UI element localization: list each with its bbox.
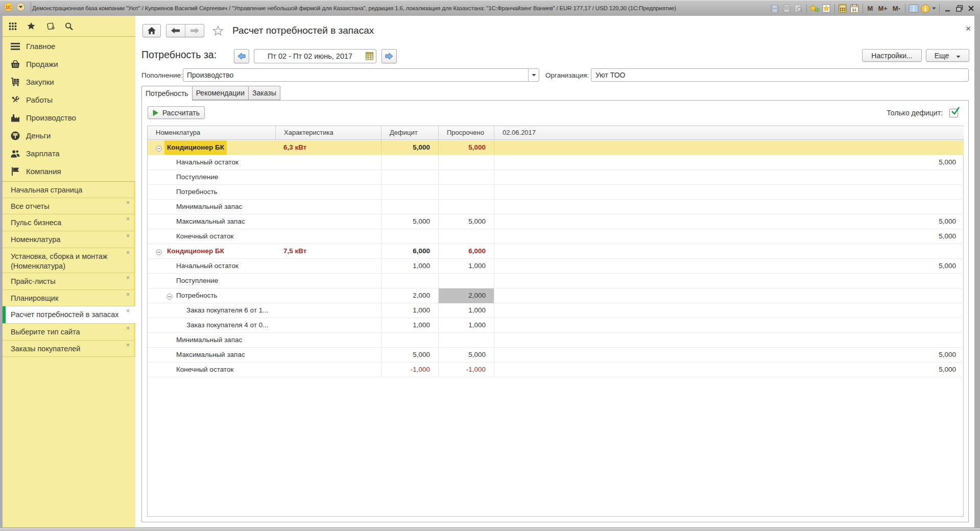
sidebar-section-item[interactable]: Планировщик× bbox=[3, 290, 135, 306]
more-button[interactable]: Еще bbox=[926, 49, 969, 62]
table-row[interactable]: Начальный остаток5,000 bbox=[148, 155, 964, 170]
window-title: Демонстрационная база компании "Уют" / К… bbox=[32, 1, 676, 16]
sidebar-section-item[interactable]: Установка, сборка и монтаж (Номенклатура… bbox=[3, 248, 135, 273]
value-cell: 5,000 bbox=[495, 214, 956, 229]
table-row[interactable]: Минимальный запас bbox=[148, 200, 964, 214]
period-next-button[interactable] bbox=[381, 49, 397, 63]
table-row[interactable]: Кондиционер БК6,3 кВт5,0005,000 bbox=[148, 140, 964, 155]
minimize-button[interactable] bbox=[942, 4, 953, 14]
favorite-star-icon[interactable] bbox=[212, 25, 224, 37]
table-row[interactable]: Поступление bbox=[148, 170, 964, 185]
info-icon[interactable] bbox=[920, 4, 930, 14]
table-row[interactable]: Поступление bbox=[148, 274, 964, 288]
close-button[interactable] bbox=[966, 4, 976, 14]
period-field[interactable]: Пт 02 - Пт 02 июнь, 2017 bbox=[254, 49, 376, 63]
org-field[interactable]: Уют ТОО bbox=[591, 68, 969, 82]
section-close-icon[interactable]: × bbox=[126, 250, 131, 255]
calculate-button[interactable]: Рассчитать bbox=[148, 106, 205, 119]
section-close-icon[interactable]: × bbox=[126, 292, 131, 297]
sidebar-menu-зарплата[interactable]: Зарплата bbox=[3, 144, 135, 162]
home-button[interactable] bbox=[142, 24, 161, 37]
table-row[interactable]: Потребность bbox=[148, 185, 964, 200]
table-row[interactable]: Конечный остаток5,000 bbox=[148, 229, 964, 244]
1c-logo-icon[interactable]: 1С bbox=[4, 3, 13, 13]
sidebar-menu-закупки[interactable]: Закупки bbox=[3, 73, 135, 91]
split-window-icon[interactable] bbox=[908, 4, 919, 14]
table-row[interactable]: Минимальный запас bbox=[148, 333, 964, 348]
combo-arrow-icon[interactable] bbox=[528, 69, 539, 81]
collapse-expander-icon[interactable] bbox=[166, 293, 173, 299]
sidebar-section-item[interactable]: Пульс бизнеса× bbox=[3, 214, 135, 231]
sidebar-section-item[interactable]: Выберите тип сайта× bbox=[3, 324, 135, 341]
sidebar-section-item[interactable]: Заказы покупателей× bbox=[3, 341, 135, 357]
tab-рекомендации[interactable]: Рекомендации bbox=[192, 86, 249, 100]
history-icon[interactable] bbox=[46, 22, 55, 30]
search-icon[interactable] bbox=[65, 22, 73, 30]
memory-m-minus-button[interactable]: M- bbox=[891, 4, 902, 14]
sidebar-menu-компания[interactable]: Компания bbox=[3, 162, 135, 180]
calendar-icon[interactable]: 31 bbox=[849, 4, 860, 14]
sidebar-menu-работы[interactable]: Работы bbox=[3, 91, 135, 109]
table-row[interactable]: Максимальный запас5,0005,0005,000 bbox=[148, 214, 964, 229]
back-button[interactable] bbox=[166, 25, 185, 37]
favorites-add-icon[interactable] bbox=[821, 4, 832, 14]
collapse-expander-icon[interactable] bbox=[156, 144, 162, 151]
sidebar-menu-главное[interactable]: Главное bbox=[3, 37, 135, 55]
restore-button[interactable] bbox=[954, 4, 965, 14]
favorites-star-icon[interactable] bbox=[27, 22, 35, 30]
calculator-icon[interactable] bbox=[838, 4, 848, 14]
table-row[interactable]: Потребность2,0002,000 bbox=[148, 288, 964, 303]
apps-grid-icon[interactable] bbox=[9, 22, 17, 30]
cart-icon bbox=[11, 78, 20, 87]
column-header[interactable]: Характеристика bbox=[275, 126, 381, 139]
sidebar-menu-продажи[interactable]: Продажи bbox=[3, 55, 135, 73]
section-close-icon[interactable]: × bbox=[126, 326, 131, 331]
section-close-icon[interactable]: × bbox=[126, 233, 131, 238]
table-row[interactable]: Кондиционер БК7,5 кВт6,0006,000 bbox=[148, 244, 964, 259]
sidebar-section-item[interactable]: Начальная страница bbox=[3, 182, 135, 198]
org-value: Уют ТОО bbox=[595, 69, 625, 81]
column-separator bbox=[438, 363, 439, 377]
replenish-combo[interactable]: Производство bbox=[183, 68, 539, 82]
forward-button[interactable] bbox=[185, 25, 204, 37]
calculate-button-label: Рассчитать bbox=[162, 109, 200, 117]
deficit-only-checkbox[interactable] bbox=[949, 109, 958, 117]
caret-down-icon[interactable] bbox=[931, 4, 937, 14]
form-close-icon[interactable]: × bbox=[964, 25, 972, 33]
section-close-icon[interactable]: × bbox=[126, 343, 131, 348]
memory-m-button[interactable]: M bbox=[866, 4, 875, 14]
section-close-icon[interactable]: × bbox=[126, 275, 131, 280]
row-label: Начальный остаток bbox=[176, 259, 238, 273]
settings-button[interactable]: Настройки... bbox=[862, 49, 922, 62]
sidebar-section-label: Прайс-листы bbox=[11, 277, 56, 285]
tab-потребность[interactable]: Потребность bbox=[141, 86, 193, 101]
table-row[interactable]: Заказ покупателя 6 от 1...1,0001,000 bbox=[148, 303, 964, 318]
table-row[interactable]: Заказ покупателя 4 от 0...1,0001,000 bbox=[148, 318, 964, 333]
tab-заказы[interactable]: Заказы bbox=[248, 86, 280, 100]
column-header[interactable]: Дефицит bbox=[381, 126, 438, 139]
titlebar-separator bbox=[905, 4, 905, 13]
sidebar-section-item[interactable]: Прайс-листы× bbox=[3, 273, 135, 290]
table-row[interactable]: Конечный остаток-1,000-1,0005,000 bbox=[148, 363, 964, 377]
collapse-expander-icon[interactable] bbox=[156, 248, 162, 254]
section-close-icon[interactable]: × bbox=[126, 308, 131, 313]
sidebar-section-item[interactable]: Расчет потребностей в запасах× bbox=[3, 306, 135, 324]
column-header[interactable]: Номенклатура bbox=[148, 126, 275, 139]
period-prev-button[interactable] bbox=[234, 49, 249, 63]
sidebar-menu-производство[interactable]: Производство bbox=[3, 109, 135, 127]
sidebar-section-label: Все отчеты bbox=[11, 202, 50, 210]
sidebar-section-item[interactable]: Номенклатура× bbox=[3, 231, 135, 248]
favorites-go-icon[interactable] bbox=[809, 4, 820, 14]
memory-m-plus-button[interactable]: M+ bbox=[876, 4, 889, 14]
system-menu-icon[interactable] bbox=[16, 3, 25, 13]
sidebar-section-item[interactable]: Все отчеты× bbox=[3, 198, 135, 214]
row-label: Поступление bbox=[176, 274, 218, 288]
section-close-icon[interactable]: × bbox=[126, 200, 131, 205]
table-row[interactable]: Начальный остаток1,0001,0005,000 bbox=[148, 259, 964, 274]
sidebar-menu-деньги[interactable]: Деньги bbox=[3, 127, 135, 144]
column-header[interactable]: 02.06.2017 bbox=[494, 126, 964, 139]
calendar-picker-icon[interactable] bbox=[366, 52, 373, 62]
table-row[interactable]: Максимальный запас5,0005,0005,000 bbox=[148, 348, 964, 363]
section-close-icon[interactable]: × bbox=[126, 216, 131, 222]
column-header[interactable]: Просрочено bbox=[438, 126, 494, 139]
